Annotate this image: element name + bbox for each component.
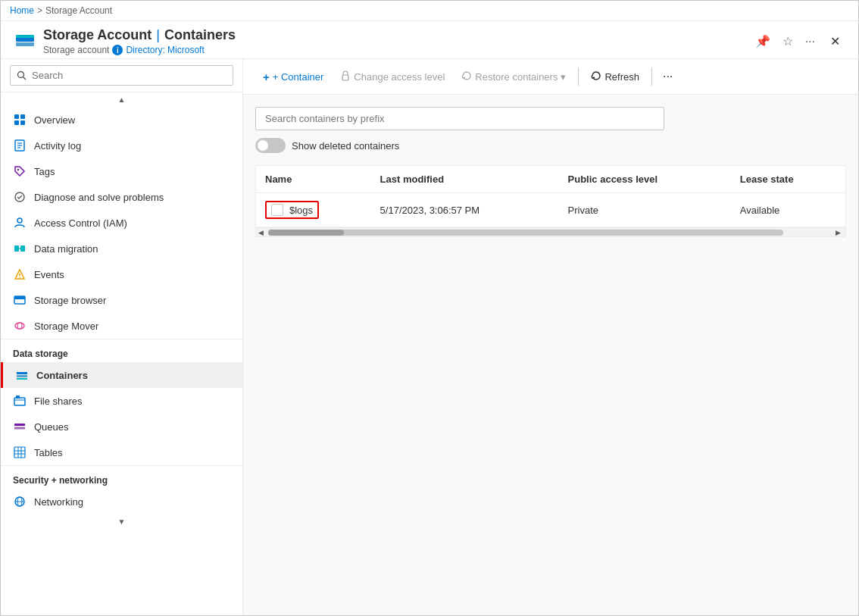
sidebar-item-containers[interactable]: Containers [1,362,242,388]
queues-icon [13,420,27,433]
restore-containers-button[interactable]: Restore containers ▾ [454,66,573,88]
container-name: $logs [289,205,313,216]
toolbar-separator [578,67,579,86]
networking-icon [13,495,27,508]
svg-rect-2 [16,35,34,38]
sidebar-search-input[interactable] [10,65,233,86]
restore-icon [461,70,472,83]
diagnose-icon [13,190,27,204]
sidebar-item-data-migration[interactable]: Data migration [1,236,242,261]
header-titles: Storage Account | Containers Storage acc… [43,27,746,55]
info-icon[interactable]: i [112,45,123,55]
data-storage-section-label: Data storage [1,339,242,362]
lease-state-cell: Available [731,193,845,227]
networking-label: Networking [34,496,83,508]
file-shares-icon [13,394,27,408]
table-row[interactable]: $logs 5/17/2023, 3:06:57 PM Private Avai… [256,193,845,227]
sidebar-item-storage-mover[interactable]: Storage Mover [1,313,242,339]
sidebar-item-tables[interactable]: Tables [1,439,242,465]
storage-browser-label: Storage browser [34,295,106,306]
header-page-name: Containers [164,27,236,43]
breadcrumb: Home > Storage Account [1,1,858,21]
sidebar-item-storage-browser[interactable]: Storage browser [1,287,242,313]
container-search-input[interactable] [255,107,664,130]
svg-rect-21 [14,296,25,299]
show-deleted-toggle[interactable] [255,138,286,153]
security-nav: Networking [1,489,242,514]
queues-label: Queues [34,421,69,433]
svg-rect-4 [20,114,25,119]
scroll-up-arrow[interactable]: ▲ [1,92,242,107]
add-container-button[interactable]: + + Container [255,66,331,88]
col-lease-state[interactable]: Lease state [731,166,845,193]
sidebar-item-events[interactable]: Events [1,261,242,287]
svg-rect-25 [17,375,27,377]
h-scroll-left-arrow[interactable]: ◀ [256,228,265,237]
tags-label: Tags [34,166,55,177]
add-container-icon: + [263,70,270,83]
svg-rect-6 [20,120,25,125]
sidebar-item-networking[interactable]: Networking [1,489,242,514]
sidebar-item-tags[interactable]: Tags [1,158,242,184]
main-content: + + Container Change access level Restor… [243,59,858,615]
horizontal-scrollbar[interactable]: ◀ ▶ [256,227,845,236]
toolbar: + + Container Change access level Restor… [243,59,858,95]
toolbar-more-button[interactable]: ··· [657,65,679,88]
events-label: Events [34,269,64,280]
svg-rect-14 [14,245,19,252]
restore-dropdown-icon[interactable]: ▾ [561,71,566,83]
add-container-label: + Container [273,71,324,83]
row-checkbox[interactable] [271,204,283,216]
data-storage-nav: Containers File shares Queues [1,362,242,465]
toggle-row: Show deleted containers [255,138,846,153]
activity-icon [13,139,27,152]
h-scroll-thumb[interactable] [268,230,344,236]
storage-mover-label: Storage Mover [34,321,98,332]
svg-point-11 [17,169,19,170]
refresh-button[interactable]: Refresh [583,66,647,88]
close-button[interactable]: ✕ [824,31,846,52]
tables-icon [13,446,27,459]
directory-label: Directory: Microsoft [126,45,204,55]
col-access-level[interactable]: Public access level [559,166,731,193]
change-access-label: Change access level [354,71,445,83]
more-header-button[interactable]: ··· [802,32,818,52]
header-subtitle-label: Storage account [43,45,109,55]
events-icon [13,267,27,281]
containers-icon [15,368,29,382]
sidebar-nav: Overview Activity log Tags [1,107,242,339]
row-name-cell: $logs [265,201,319,219]
svg-point-13 [17,218,22,223]
diagnose-label: Diagnose and solve problems [34,192,164,203]
favorite-button[interactable]: ☆ [779,31,796,52]
tables-label: Tables [34,447,63,458]
change-access-button[interactable]: Change access level [333,66,452,88]
sidebar-item-queues[interactable]: Queues [1,414,242,439]
access-icon [13,216,27,230]
overview-label: Overview [34,114,75,126]
col-name[interactable]: Name [256,166,371,193]
svg-point-23 [17,323,22,329]
lock-icon [340,70,351,83]
sidebar-search-area [1,59,242,92]
header-account-name: Storage Account [43,27,151,43]
svg-rect-5 [14,120,19,125]
overview-icon [13,113,27,127]
pin-button[interactable]: 📌 [752,31,773,52]
sidebar-item-file-shares[interactable]: File shares [1,388,242,414]
svg-rect-30 [14,427,25,430]
restore-label: Restore containers [475,71,558,83]
containers-table: Name Last modified Public access level L… [255,165,846,237]
breadcrumb-current: Storage Account [45,5,112,16]
sidebar-item-diagnose[interactable]: Diagnose and solve problems [1,184,242,210]
toolbar-separator-2 [651,67,652,86]
sidebar-item-access-control[interactable]: Access Control (IAM) [1,210,242,236]
h-scroll-track [268,230,783,236]
sidebar-item-activity-log[interactable]: Activity log [1,133,242,158]
breadcrumb-home[interactable]: Home [10,5,34,16]
h-scroll-right-arrow[interactable]: ▶ [833,228,842,237]
sidebar-item-overview[interactable]: Overview [1,107,242,133]
scroll-down-arrow[interactable]: ▼ [1,514,242,529]
breadcrumb-separator: > [37,5,42,16]
col-last-modified[interactable]: Last modified [371,166,559,193]
